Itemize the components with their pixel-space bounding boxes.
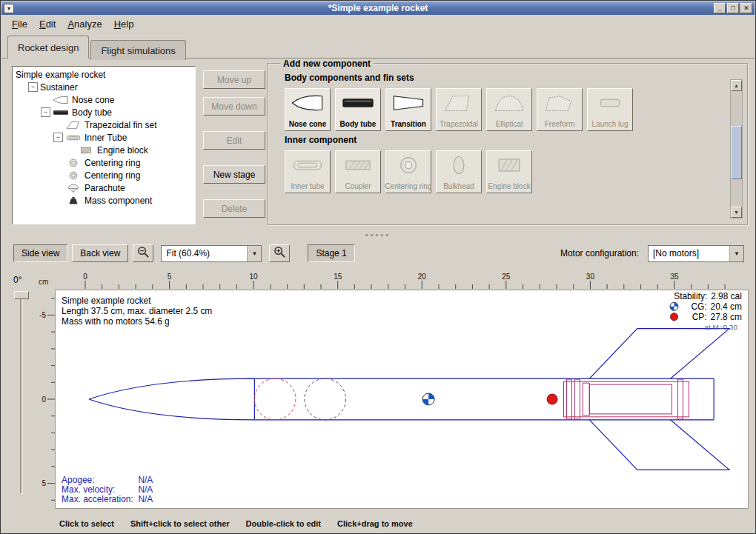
design-tree[interactable]: Simple example rocket−SustainerNose cone… <box>12 66 196 224</box>
bulkhead-component-button[interactable]: Bulkhead <box>436 150 482 193</box>
body-tube-icon <box>341 93 375 113</box>
centering-ring-icon <box>65 170 82 181</box>
menu-help[interactable]: Help <box>108 16 140 32</box>
close-button[interactable]: ✕ <box>740 3 752 13</box>
tab-rocket-design[interactable]: Rocket design <box>7 36 89 59</box>
new-stage-button[interactable]: New stage <box>203 165 265 184</box>
tree-item-simple-example-rocket[interactable]: Simple example rocket <box>13 68 195 81</box>
body-tube-component-button[interactable]: Body tube <box>335 88 381 131</box>
svg-text:-5: -5 <box>39 311 46 319</box>
stage-1-button[interactable]: Stage 1 <box>308 244 354 262</box>
rocket-canvas[interactable]: Simple example rocket Length 37.5 cm, ma… <box>55 290 749 509</box>
tree-item-label: Centering ring <box>84 158 140 168</box>
fin-bottom-outline <box>589 420 729 470</box>
window-title: *Simple example rocket <box>1 3 755 13</box>
view-toolbar: Side view Back view Fit (60.4%) ▼ Stage … <box>1 241 755 266</box>
maximize-button[interactable]: □ <box>727 3 739 13</box>
main-window: ▾ *Simple example rocket _ □ ✕ FileEditA… <box>0 0 756 534</box>
menu-analyze[interactable]: Analyze <box>62 16 107 32</box>
nose-cone-component-button[interactable]: Nose cone <box>285 88 331 131</box>
rotation-slider-handle[interactable] <box>14 291 29 299</box>
tree-item-body-tube[interactable]: −Body tube <box>13 106 195 119</box>
inner-tube-component-button[interactable]: Inner tube <box>285 150 331 193</box>
tree-item-label: Engine block <box>97 145 148 156</box>
status-hint: Shift+click to select other <box>130 519 230 528</box>
chevron-down-icon[interactable]: ▼ <box>729 246 743 261</box>
transition-component-button[interactable]: Transition <box>385 88 431 131</box>
scroll-down-icon[interactable]: ▼ <box>731 207 742 218</box>
stability-info: Stability:2.98 cal CG:20.4 cm CP:27.8 cm… <box>670 291 742 331</box>
rotation-slider[interactable] <box>20 296 23 494</box>
edit-button[interactable]: Edit <box>203 131 265 150</box>
component-scrollbar[interactable]: ▲ ▼ <box>730 79 743 218</box>
engine-block-component-button[interactable]: Engine block <box>486 150 532 193</box>
chevron-down-icon[interactable]: ▼ <box>247 246 261 261</box>
tree-item-parachute[interactable]: Parachute <box>13 181 195 194</box>
splitter-handle-icon[interactable]: ••••• <box>1 230 755 239</box>
section-label-inner-component: Inner component <box>285 135 725 145</box>
svg-text:0: 0 <box>42 396 46 404</box>
tree-item-nose-cone[interactable]: Nose cone <box>13 93 195 106</box>
tree-expander-icon[interactable]: − <box>53 133 63 142</box>
zoom-in-icon <box>273 246 286 261</box>
tree-item-centering-ring[interactable]: Centering ring <box>13 156 195 169</box>
elliptical-component-button[interactable]: Elliptical <box>486 88 532 131</box>
tree-expander-icon[interactable]: − <box>41 107 50 117</box>
rocket-design-panel: Simple example rocket−SustainerNose cone… <box>1 59 755 232</box>
tree-item-label: Body tube <box>72 107 112 118</box>
coupler-component-button[interactable]: Coupler <box>335 150 381 193</box>
trapezoidal-component-button[interactable]: Trapezoidal <box>436 88 482 131</box>
tree-handle-spacer <box>41 95 50 104</box>
parachute-icon <box>65 183 82 193</box>
tree-item-label: Nose cone <box>72 95 114 105</box>
status-hint: Double-click to edit <box>246 519 321 528</box>
titlebar[interactable]: ▾ *Simple example rocket _ □ ✕ <box>1 1 755 15</box>
launch-lug-icon <box>593 93 627 113</box>
rotation-value: 0° <box>13 275 21 285</box>
centering-ring-component-button[interactable]: Centering ring <box>385 150 431 193</box>
move-up-button[interactable]: Move up <box>203 70 265 89</box>
rocket-name: Simple example rocket <box>62 296 151 306</box>
component-sections: Body components and fin setsNose coneBod… <box>277 73 725 193</box>
tree-handle-spacer <box>66 145 76 155</box>
zoom-combo[interactable]: Fit (60.4%) ▼ <box>161 245 262 262</box>
freeform-component-button[interactable]: Freeform <box>537 88 583 131</box>
rocket-drawing[interactable] <box>89 329 729 470</box>
tree-item-sustainer[interactable]: −Sustainer <box>13 81 195 93</box>
inner-tube-icon <box>291 155 325 176</box>
svg-text:20: 20 <box>418 273 427 281</box>
menu-file[interactable]: File <box>6 16 33 32</box>
rocket-view: 0° cm 05101520253035 -505 <box>1 269 755 510</box>
section-label-body-components-and-fin-sets: Body components and fin sets <box>285 73 725 83</box>
flight-info: Apogee:N/AMax. velocity:N/AMax. accelera… <box>62 475 153 504</box>
move-down-button[interactable]: Move down <box>203 97 265 116</box>
tree-item-centering-ring[interactable]: Centering ring <box>13 169 195 181</box>
menu-edit[interactable]: Edit <box>33 16 62 32</box>
body-tube-icon <box>53 107 69 118</box>
trapezoidal-fin-icon <box>442 93 476 113</box>
window-menu-icon[interactable]: ▾ <box>4 4 14 13</box>
side-view-button[interactable]: Side view <box>13 244 67 262</box>
tree-item-trapezoidal-fin-set[interactable]: Trapezoidal fin set <box>13 119 195 131</box>
scrollbar-thumb[interactable] <box>731 126 742 179</box>
svg-text:N/A: N/A <box>138 475 153 485</box>
launch-lug-component-button[interactable]: Launch lug <box>587 88 633 131</box>
svg-text:N/A: N/A <box>138 484 153 495</box>
tree-item-engine-block[interactable]: Engine block <box>13 144 195 156</box>
scroll-up-icon[interactable]: ▲ <box>731 80 742 91</box>
tree-expander-icon[interactable]: − <box>28 82 38 92</box>
minimize-button[interactable]: _ <box>714 3 726 13</box>
svg-text:15: 15 <box>334 273 342 281</box>
status-hint: Click+drag to move <box>337 519 413 528</box>
back-view-button[interactable]: Back view <box>72 244 128 262</box>
svg-text:0: 0 <box>83 273 87 281</box>
cg-legend-icon <box>670 302 678 310</box>
tab-flight-simulations[interactable]: Flight simulations <box>90 40 185 60</box>
tree-item-mass-component[interactable]: Mass component <box>13 194 195 207</box>
motor-config-combo[interactable]: [No motors] ▼ <box>648 245 744 262</box>
horizontal-ruler: 05101520253035 <box>55 272 749 290</box>
delete-button[interactable]: Delete <box>203 199 265 218</box>
zoom-out-button[interactable] <box>133 244 153 262</box>
zoom-in-button[interactable] <box>269 244 290 262</box>
tree-item-inner-tube[interactable]: −Inner Tube <box>13 131 195 144</box>
